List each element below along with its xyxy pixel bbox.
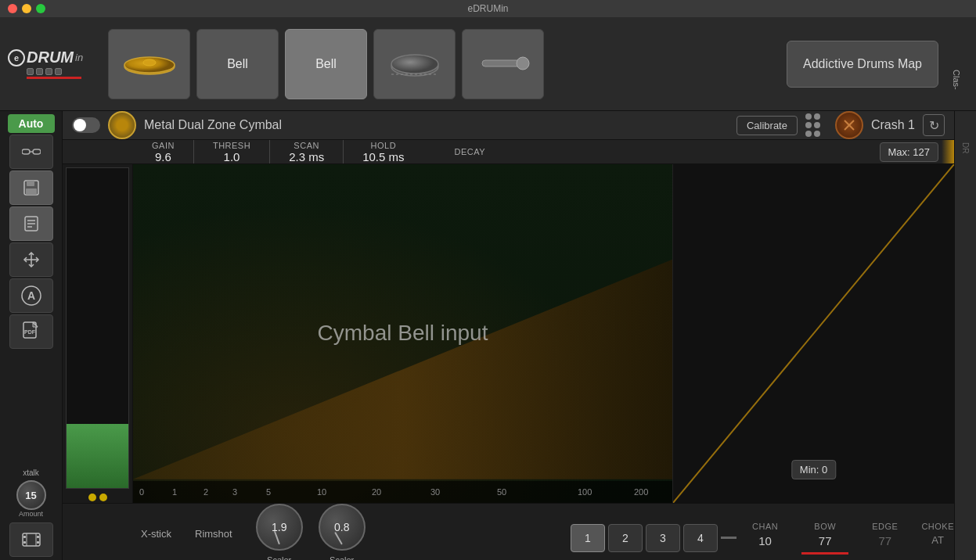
rimshot-scaler-value: 0.8	[334, 521, 349, 533]
xtalk-value: 15	[25, 490, 36, 501]
logo-e: e	[8, 49, 25, 66]
amount-label: Amount	[19, 510, 43, 518]
x-label-1: 1	[172, 487, 177, 497]
edge-item: EDGE 77	[872, 522, 898, 547]
logo-dot-4[interactable]	[55, 68, 62, 75]
xstick-label: X-stick	[141, 528, 171, 540]
sidebar-document-button[interactable]	[9, 206, 53, 241]
pad-bell-1[interactable]: Bell	[196, 29, 279, 99]
close-button[interactable]	[8, 4, 17, 13]
choke-value: AT	[931, 534, 944, 546]
vu-dot-1	[88, 494, 96, 501]
xstick-scaler-knob[interactable]: 1.9	[256, 504, 303, 551]
vu-meter	[63, 164, 133, 503]
thresh-label: THRESH	[213, 141, 250, 150]
logo-dot-2[interactable]	[36, 68, 43, 75]
window-title: eDRUMin	[467, 3, 508, 14]
svg-point-7	[517, 57, 529, 70]
pad-bell-2[interactable]: Bell	[285, 29, 367, 99]
x-label-30: 30	[430, 487, 440, 497]
svg-text:A: A	[27, 289, 34, 302]
hold-label: HOLD	[371, 141, 397, 150]
knob2-indicator	[334, 532, 343, 545]
x-label-2: 2	[203, 487, 208, 497]
svg-rect-31	[37, 541, 39, 544]
channel-params: CHAN 10 BOW 77 EDGE 77 CHOKE AT	[752, 514, 954, 555]
pad-stick[interactable]	[462, 29, 544, 99]
pad-snare[interactable]	[373, 29, 456, 99]
zone-dash	[721, 537, 737, 539]
zone-tabs: 1 2 3 4	[571, 516, 737, 552]
logo-drum: DRUM	[27, 48, 74, 66]
x-label-200: 200	[634, 487, 648, 497]
xtalk-label: xtalk	[23, 468, 39, 477]
thresh-param: THRESH 1.0	[194, 141, 269, 163]
decay-label: DECAY	[455, 147, 486, 156]
zone-tab-2[interactable]: 2	[608, 524, 643, 552]
svg-point-4	[391, 55, 438, 74]
bow-red-bar	[801, 552, 848, 555]
thresh-value: 1.0	[224, 150, 240, 163]
minimize-button[interactable]	[22, 4, 31, 13]
pad-cymbal-1[interactable]	[108, 29, 190, 99]
vu-dot-2	[99, 494, 107, 501]
sidebar-film-button[interactable]	[9, 522, 53, 557]
rimshot-scaler-knob[interactable]: 0.8	[319, 504, 366, 551]
scan-value: 2.3 ms	[289, 150, 324, 163]
zone-dots-icon	[805, 113, 827, 137]
maximize-button[interactable]	[36, 4, 45, 13]
chan-item: CHAN 10	[752, 522, 778, 547]
logo: e DRUM in	[8, 48, 86, 79]
calibrate-button[interactable]: Calibrate	[737, 116, 798, 135]
choke-label: CHOKE	[921, 522, 954, 531]
choke-item: CHOKE AT	[921, 522, 954, 546]
zone-tab-1[interactable]: 1	[571, 524, 605, 552]
cymbal-icon	[108, 111, 136, 139]
gain-param: GAIN 9.6	[133, 141, 193, 163]
x-label-100: 100	[578, 487, 592, 497]
sidebar-floppy-button[interactable]	[9, 171, 53, 205]
x-label-0: 0	[139, 487, 144, 497]
main-graph[interactable]: Cymbal Bell input 0 1 2 3 5 10 20 30 50 …	[133, 164, 672, 503]
scan-label: SCAN	[294, 141, 319, 150]
rimshot-knob-area: 0.8 Scaler	[319, 504, 366, 560]
content: Auto	[0, 111, 976, 560]
gain-value: 9.6	[155, 150, 171, 163]
bow-item: BOW 77	[801, 522, 848, 555]
right-edge-top: Clas-	[945, 38, 968, 90]
edge-value: 77	[878, 534, 891, 547]
svg-rect-25	[23, 533, 40, 546]
window-controls[interactable]	[8, 4, 45, 13]
sidebar-link-icon[interactable]	[9, 135, 53, 169]
addictive-drums-label: Addictive Drums Map	[803, 57, 922, 70]
x-label-3: 3	[232, 487, 237, 497]
vu-bar-main	[66, 167, 129, 489]
addictive-drums-button[interactable]: Addictive Drums Map	[787, 41, 938, 88]
svg-rect-28	[23, 536, 26, 538]
logo-dot-3[interactable]	[45, 68, 52, 75]
sidebar: Auto	[0, 111, 63, 560]
svg-rect-8	[22, 149, 30, 154]
xstick-area: X-stick	[141, 528, 171, 540]
chan-value: 10	[758, 534, 772, 547]
sidebar-pdf-button[interactable]: PDF	[9, 314, 53, 349]
bow-label: BOW	[814, 522, 836, 531]
svg-text:PDF: PDF	[24, 329, 36, 335]
zone-tab-3[interactable]: 3	[646, 524, 680, 552]
auto-button[interactable]: Auto	[8, 114, 55, 133]
decay-gradient	[942, 140, 954, 163]
enable-toggle[interactable]	[72, 117, 100, 133]
instrument-name: Metal Dual Zone Cymbal	[144, 118, 729, 132]
svg-marker-34	[133, 260, 672, 479]
sidebar-auto-icon[interactable]: A	[9, 278, 53, 313]
logo-dot-1[interactable]	[27, 68, 34, 75]
xtalk-knob[interactable]: 15	[16, 480, 46, 510]
rimshot-scaler-label: Scaler	[330, 555, 354, 560]
x-label-20: 20	[372, 487, 381, 497]
hold-param: HOLD 10.5 ms	[344, 141, 423, 163]
refresh-button[interactable]: ↻	[923, 114, 945, 136]
zone-tab-4[interactable]: 4	[683, 524, 718, 552]
sidebar-move-button[interactable]	[9, 242, 53, 277]
x-label-5: 5	[266, 487, 271, 497]
hold-value: 10.5 ms	[362, 150, 404, 163]
